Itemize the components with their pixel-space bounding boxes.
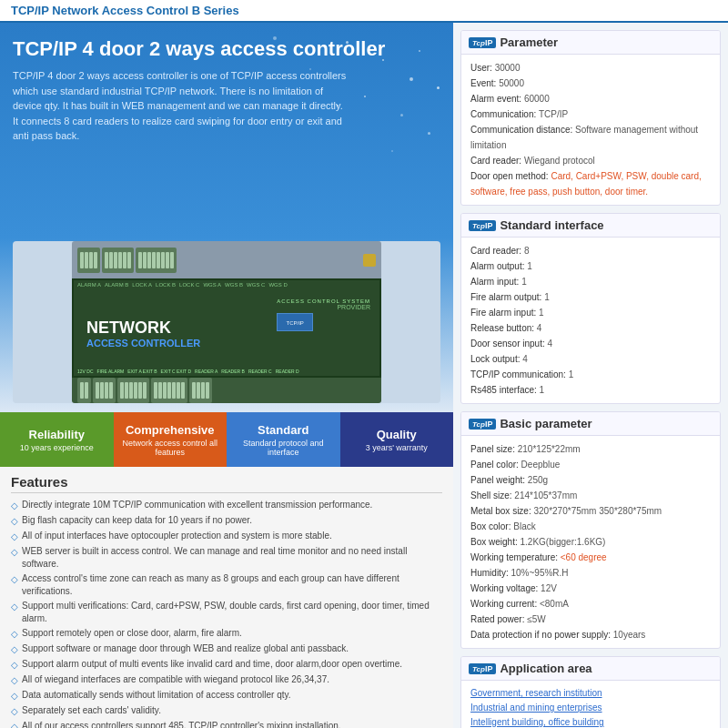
- param-label: User:: [470, 63, 492, 73]
- board-label-wgs-c: WGS C: [247, 282, 265, 288]
- board-bottom: [72, 378, 381, 403]
- param-row: Metal box size: 320*270*75mm 350*280*75m…: [470, 503, 711, 519]
- panel-header-title: Application area: [500, 662, 592, 675]
- terminal-block-2: [102, 248, 134, 273]
- param-label: Data protection if no power supply:: [470, 630, 611, 640]
- top-bar: TCP/IP Network Access Control B Series: [0, 0, 728, 23]
- panel-header-title: Standard interface: [500, 218, 603, 232]
- pin: [161, 252, 165, 268]
- panel-section-standard-interface: TcpIP Standard interfaceCard reader: 8Al…: [460, 213, 721, 404]
- app-link[interactable]: Industrial and mining enterprises: [470, 701, 711, 715]
- feature-text: All of our access controllers support 48…: [22, 720, 341, 728]
- pin: [154, 382, 157, 399]
- pin: [109, 252, 113, 268]
- pin: [201, 382, 205, 399]
- param-row: Event: 50000: [470, 76, 711, 91]
- panel-section-parameter: TcpIP ParameterUser: 30000Event: 50000Al…: [460, 30, 721, 206]
- param-label: Panel size:: [470, 444, 515, 454]
- pin: [172, 382, 176, 399]
- terminal-block-1: [77, 248, 100, 273]
- param-label: Card reader:: [470, 156, 521, 166]
- features-title: Features: [11, 474, 442, 493]
- panel-body-standard-interface: Card reader: 8Alarm output: 1Alarm input…: [461, 238, 720, 403]
- feature-text: Access control's time zone can reach as …: [22, 572, 442, 598]
- param-row: Card reader: 8: [470, 243, 711, 258]
- app-link[interactable]: Government, research institution: [470, 686, 711, 701]
- pin: [152, 252, 156, 268]
- features-boxes: Reliability 10 years experienceComprehen…: [0, 412, 453, 467]
- pin: [170, 252, 174, 268]
- tcp-badge: TcpIP: [469, 663, 496, 674]
- param-value: Black: [513, 521, 535, 531]
- pin: [80, 252, 84, 268]
- main-wrapper: TCP/IP 4 door 2 ways access controller T…: [0, 23, 728, 728]
- panel-header-title: Parameter: [500, 35, 558, 49]
- param-label: Alarm input:: [470, 277, 519, 287]
- board-top: [72, 241, 381, 278]
- bottom-terminal-1: [77, 378, 91, 403]
- feat-box-sub: Standard protocol and interface: [230, 439, 337, 457]
- param-value: 210*125*22mm: [518, 444, 581, 454]
- feat-box-sub: 10 years experience: [20, 443, 94, 452]
- param-row: Communication: TCP/IP: [470, 106, 711, 122]
- pin: [120, 382, 124, 399]
- param-row: Rs485 interface: 1: [470, 382, 711, 398]
- pin: [105, 382, 108, 399]
- feature-text: Support software or manage door through …: [22, 642, 349, 655]
- param-label: Alarm event:: [470, 94, 521, 104]
- param-value: 1: [540, 385, 545, 395]
- param-label: TCP/IP communication:: [470, 369, 566, 379]
- bottom-terminal-4: [151, 378, 187, 403]
- feature-text: Big flash capacity can keep data for 10 …: [22, 514, 252, 527]
- param-value: 30000: [495, 63, 521, 73]
- param-value: 1: [521, 277, 527, 287]
- param-value: 1: [527, 261, 532, 271]
- feature-item: ◇ Data automatically sends without limit…: [11, 689, 442, 703]
- lbl: 12V DC: [77, 369, 94, 374]
- app-link[interactable]: Intelligent building, office building: [470, 715, 711, 728]
- param-value: 4: [548, 339, 553, 349]
- param-value: Wiegand protocol: [524, 156, 595, 166]
- bullet-icon: ◇: [11, 643, 18, 656]
- param-label: Working current:: [470, 599, 537, 609]
- param-value: <80mA: [540, 599, 569, 609]
- bullet-icon: ◇: [11, 674, 18, 687]
- panel-section-basic-parameter: TcpIP Basic parameterPanel size: 210*125…: [460, 411, 721, 649]
- board-label-alarm-b: ALARM B: [105, 282, 128, 288]
- pin: [94, 252, 97, 268]
- bottom-terminal-5: [189, 378, 212, 403]
- param-row: Communication distance: Software managem…: [470, 122, 711, 153]
- param-label: Door open method:: [470, 171, 549, 181]
- provider-line2: PROVIDER: [277, 304, 370, 310]
- param-value: ≤5W: [527, 614, 546, 624]
- right-panel[interactable]: TcpIP ParameterUser: 30000Event: 50000Al…: [453, 23, 728, 728]
- feature-text: Data automatically sends without limitat…: [22, 689, 291, 702]
- pin: [181, 382, 185, 399]
- param-value: 50000: [499, 78, 524, 88]
- board-ac-text: ACCESS CONTROLLER: [86, 338, 200, 349]
- param-label: Alarm output:: [470, 261, 524, 271]
- feature-item: ◇ Access control's time zone can reach a…: [11, 572, 442, 598]
- param-label: Shell size:: [470, 490, 512, 500]
- param-row: Rated power: ≤5W: [470, 612, 711, 627]
- pin: [125, 382, 128, 399]
- panel-section-application-area: TcpIP Application areaGovernment, resear…: [460, 656, 721, 728]
- feat-box-title: Reliability: [29, 428, 85, 441]
- feat-box-title: Standard: [258, 423, 308, 437]
- feature-text: Directly integrate 10M TCP/IP communicat…: [22, 499, 372, 511]
- param-value: 12V: [541, 583, 557, 593]
- feature-item: ◇ All of our access controllers support …: [11, 720, 442, 728]
- panel-header-standard-interface: TcpIP Standard interface: [461, 214, 720, 238]
- board-label-wgs-b: WGS B: [225, 282, 243, 288]
- pin: [166, 252, 169, 268]
- param-row: Panel size: 210*125*22mm: [470, 441, 711, 457]
- pin: [177, 382, 180, 399]
- pin: [134, 382, 137, 399]
- panel-body-application-area: Government, research institutionIndustri…: [461, 681, 720, 728]
- feature-item: ◇ Big flash capacity can keep data for 1…: [11, 514, 442, 528]
- feat-box-sub: 3 years' warranty: [366, 443, 428, 452]
- param-value: 1: [539, 308, 544, 318]
- param-row: Alarm output: 1: [470, 258, 711, 274]
- param-row: Shell size: 214*105*37mm: [470, 488, 711, 503]
- param-row: Data protection if no power supply: 10ye…: [470, 627, 711, 642]
